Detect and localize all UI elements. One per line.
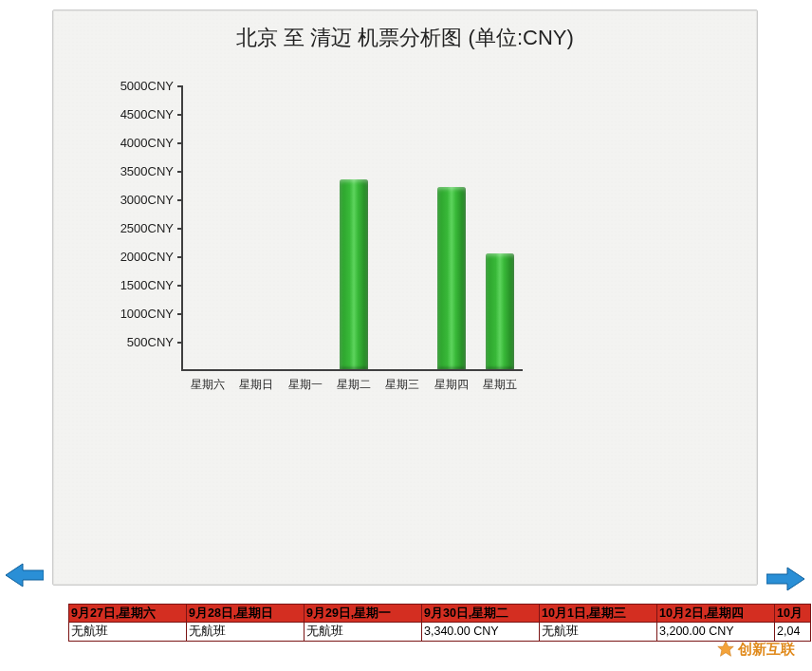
table-header-cell: 9月28日,星期日 bbox=[187, 604, 304, 623]
x-tick-label: 星期六 bbox=[186, 377, 230, 393]
y-tick-mark bbox=[177, 256, 183, 258]
table-header-cell: 9月29日,星期一 bbox=[304, 604, 422, 623]
y-tick-mark bbox=[177, 313, 183, 315]
x-tick-label: 星期二 bbox=[332, 377, 376, 393]
table-header-cell: 9月27日,星期六 bbox=[69, 604, 187, 623]
price-table-row: 无航班无航班无航班3,340.00 CNY无航班3,200.00 CNY2,04 bbox=[68, 623, 812, 642]
x-tick-label: 星期三 bbox=[380, 377, 424, 393]
y-tick-mark bbox=[177, 114, 183, 116]
bar bbox=[340, 179, 368, 369]
y-tick-mark bbox=[177, 342, 183, 344]
y-tick-mark bbox=[177, 285, 183, 287]
prev-arrow-icon[interactable] bbox=[6, 562, 44, 588]
y-tick-mark bbox=[177, 171, 183, 173]
y-tick-label: 4500CNY bbox=[79, 107, 174, 121]
table-cell: 无航班 bbox=[187, 623, 304, 642]
table-header-cell: 10月 bbox=[775, 604, 811, 623]
watermark: 创新互联 bbox=[715, 639, 795, 660]
x-tick-label: 星期四 bbox=[430, 377, 473, 393]
chart-title: 北京 至 清迈 机票分析图 (单位:CNY) bbox=[53, 24, 757, 52]
table-cell: 2,04 bbox=[775, 623, 811, 642]
watermark-text: 创新互联 bbox=[738, 641, 795, 659]
x-tick-label: 星期日 bbox=[234, 377, 278, 393]
y-tick-mark bbox=[177, 142, 183, 144]
table-header-cell: 10月1日,星期三 bbox=[540, 604, 657, 623]
bar bbox=[486, 253, 514, 369]
table-cell: 无航班 bbox=[304, 623, 422, 642]
table-cell: 3,200.00 CNY bbox=[657, 623, 775, 642]
y-tick-label: 1500CNY bbox=[79, 278, 174, 292]
x-tick-label: 星期一 bbox=[284, 377, 327, 393]
y-tick-label: 4000CNY bbox=[79, 136, 174, 150]
y-tick-label: 500CNY bbox=[79, 335, 174, 349]
price-table-header: 9月27日,星期六9月28日,星期日9月29日,星期一9月30日,星期二10月1… bbox=[68, 604, 812, 623]
table-cell: 3,340.00 CNY bbox=[422, 623, 540, 642]
chart-card: 北京 至 清迈 机票分析图 (单位:CNY) 500CNY1000CNY1500… bbox=[52, 9, 758, 586]
svg-marker-1 bbox=[766, 568, 804, 590]
y-tick-label: 5000CNY bbox=[79, 79, 174, 93]
table-cell: 无航班 bbox=[540, 623, 657, 642]
svg-marker-0 bbox=[6, 564, 44, 587]
table-cell: 无航班 bbox=[69, 623, 187, 642]
next-arrow-icon[interactable] bbox=[766, 566, 804, 592]
y-tick-label: 3500CNY bbox=[79, 164, 174, 178]
plot-area: 500CNY1000CNY1500CNY2000CNY2500CNY3000CN… bbox=[181, 86, 523, 371]
y-tick-label: 1000CNY bbox=[79, 307, 174, 321]
y-tick-label: 3000CNY bbox=[79, 193, 174, 207]
y-tick-label: 2000CNY bbox=[79, 250, 174, 264]
table-header-cell: 9月30日,星期二 bbox=[422, 604, 540, 623]
table-header-cell: 10月2日,星期四 bbox=[657, 604, 775, 623]
x-tick-label: 星期五 bbox=[478, 377, 522, 393]
y-tick-mark bbox=[177, 228, 183, 230]
y-tick-mark bbox=[177, 199, 183, 201]
y-tick-label: 2500CNY bbox=[79, 221, 174, 235]
bar bbox=[437, 187, 466, 369]
y-tick-mark bbox=[177, 85, 183, 87]
